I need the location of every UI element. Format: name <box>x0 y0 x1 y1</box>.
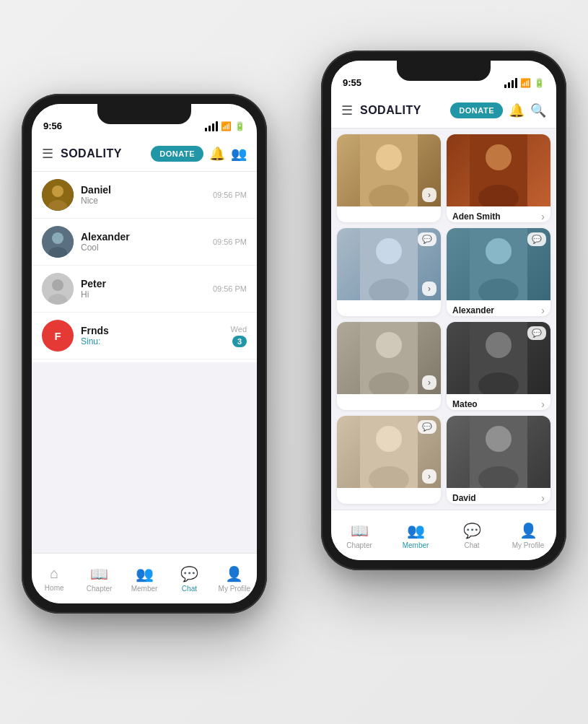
member-footer-aden: Aden Smith › <box>447 206 550 222</box>
nav-chat[interactable]: 💬 Chat <box>167 565 211 593</box>
phone-1: 9:56 📶 🔋 ☰ SODALITY DONATE 🔔 <box>22 94 267 614</box>
status-time-2: 9:55 <box>343 77 361 88</box>
phone-1-screen: 9:56 📶 🔋 ☰ SODALITY DONATE 🔔 <box>32 104 257 603</box>
avatar-peter <box>42 273 74 305</box>
svg-point-4 <box>52 232 63 244</box>
chapter-icon-2: 📖 <box>351 522 369 539</box>
chat-time-alexander: 09:56 PM <box>213 237 247 246</box>
wifi-icon-2: 📶 <box>520 78 531 88</box>
arrow-icon-top-left: › <box>422 188 436 202</box>
avatar-alexander <box>42 226 74 258</box>
member-photo-aden <box>447 134 550 206</box>
chat-meta-daniel: 09:56 PM <box>213 191 247 199</box>
svg-point-19 <box>376 238 402 264</box>
member-photo-person3: 💬 › <box>337 228 441 300</box>
arrow-icon-7: › <box>422 469 436 484</box>
chat-time-peter: 09:56 PM <box>213 284 247 293</box>
chat-icon-2: 💬 <box>463 522 481 539</box>
nav2-chapter-label: Chapter <box>346 541 372 549</box>
nav2-member-label: Member <box>403 541 429 549</box>
chat-bubble-3: 💬 <box>418 232 436 246</box>
chat-name-frnds: Frnds <box>81 325 224 336</box>
member-icon: 👥 <box>136 565 154 583</box>
bottom-nav-2: 📖 Chapter 👥 Member 💬 Chat 👤 My Profile <box>331 510 556 560</box>
arrow-icon-3: › <box>422 282 436 296</box>
member-footer-mateo: Mateo › <box>447 394 550 410</box>
member-arrow-david: › <box>541 492 545 504</box>
chat-item-daniel[interactable]: Daniel Nice 09:56 PM <box>32 172 257 219</box>
avatar-daniel <box>42 179 74 211</box>
member-card-alexander[interactable]: 💬 Alexander › <box>447 228 550 316</box>
chat-name-alexander: Alexander <box>81 231 206 243</box>
chat-meta-frnds: Wed 3 <box>231 325 247 347</box>
nav-home-label: Home <box>45 584 64 592</box>
nav2-member[interactable]: 👥 Member <box>387 522 444 549</box>
nav2-chat[interactable]: 💬 Chat <box>444 522 500 549</box>
member-card-top-left[interactable]: › <box>337 134 441 222</box>
member-name-aden: Aden Smith <box>452 211 501 222</box>
menu-icon-1[interactable]: ☰ <box>42 146 53 162</box>
chat-meta-alexander: 09:56 PM <box>213 237 247 246</box>
avatar-frnds: F <box>42 320 74 352</box>
member-photo-mateo: 💬 <box>447 322 550 394</box>
signal-icon-1 <box>205 121 218 131</box>
member-arrow-mateo: › <box>541 398 545 410</box>
member-photo-david <box>447 416 550 488</box>
menu-icon-2[interactable]: ☰ <box>341 103 353 118</box>
nav-profile-label: My Profile <box>219 585 250 593</box>
member-photo-alexander: 💬 <box>447 228 550 300</box>
member-card-person7[interactable]: 💬 › <box>337 416 441 504</box>
status-time-1: 9:56 <box>43 121 62 131</box>
donate-button-2[interactable]: DONATE <box>450 103 503 118</box>
member-footer-david: David › <box>447 488 550 504</box>
chat-meta-peter: 09:56 PM <box>213 284 247 293</box>
bottom-nav-1: ⌂ Home 📖 Chapter 👥 Member 💬 Chat 👤 <box>32 553 257 603</box>
member-footer-alexander: Alexander › <box>447 300 550 316</box>
chat-item-alexander[interactable]: Alexander Cool 09:56 PM <box>32 219 257 266</box>
donate-button-1[interactable]: DONATE <box>151 146 203 162</box>
add-user-icon-1[interactable]: 👥 <box>231 146 247 162</box>
nav-member[interactable]: 👥 Member <box>122 565 167 593</box>
profile-icon: 👤 <box>225 565 243 583</box>
member-card-person5[interactable]: › <box>337 322 441 410</box>
chat-time-daniel: 09:56 PM <box>213 191 247 199</box>
nav2-profile[interactable]: 👤 My Profile <box>500 522 556 549</box>
member-card-aden-smith[interactable]: Aden Smith › <box>447 134 550 222</box>
svg-point-25 <box>376 332 402 358</box>
nav-chapter[interactable]: 📖 Chapter <box>76 565 121 593</box>
nav-chat-label: Chat <box>182 585 197 593</box>
nav-member-label: Member <box>131 585 158 593</box>
member-arrow-alexander: › <box>541 305 545 316</box>
member-card-david[interactable]: David › <box>447 416 550 504</box>
nav2-profile-label: My Profile <box>512 541 544 549</box>
member-name-david: David <box>452 493 476 503</box>
member-name-alexander: Alexander <box>452 305 494 315</box>
member-card-person3[interactable]: 💬 › <box>337 228 441 316</box>
chapter-icon: 📖 <box>90 565 108 583</box>
chat-info-peter: Peter Hi <box>81 278 206 300</box>
chat-item-peter[interactable]: Peter Hi 09:56 PM <box>32 266 257 313</box>
search-icon-2[interactable]: 🔍 <box>530 103 546 118</box>
chat-time-frnds: Wed <box>231 325 247 333</box>
bell-icon-1[interactable]: 🔔 <box>209 146 225 162</box>
arrow-icon-5: › <box>422 375 436 390</box>
svg-point-13 <box>376 144 402 170</box>
nav-home[interactable]: ⌂ Home <box>32 565 76 592</box>
wifi-icon-1: 📶 <box>221 121 232 131</box>
chat-bubble-mateo: 💬 <box>527 326 546 340</box>
svg-point-7 <box>52 279 63 291</box>
chat-item-frnds[interactable]: F Frnds Sinu: Wed 3 <box>32 313 257 359</box>
nav-profile[interactable]: 👤 My Profile <box>212 565 257 593</box>
app-title-2: SODALITY <box>360 104 444 117</box>
notch-2 <box>397 61 491 81</box>
chat-info-daniel: Daniel Nice <box>81 184 206 206</box>
nav2-chapter[interactable]: 📖 Chapter <box>331 522 387 549</box>
member-card-mateo[interactable]: 💬 Mateo › <box>447 322 550 410</box>
bell-icon-2[interactable]: 🔔 <box>509 103 525 118</box>
member-name-mateo: Mateo <box>452 399 478 409</box>
svg-point-28 <box>486 332 512 358</box>
member-photo-person5: › <box>337 322 441 394</box>
member-grid: › Aden Smith <box>331 128 556 510</box>
badge-frnds: 3 <box>232 336 247 347</box>
chat-info-alexander: Alexander Cool <box>81 231 206 253</box>
